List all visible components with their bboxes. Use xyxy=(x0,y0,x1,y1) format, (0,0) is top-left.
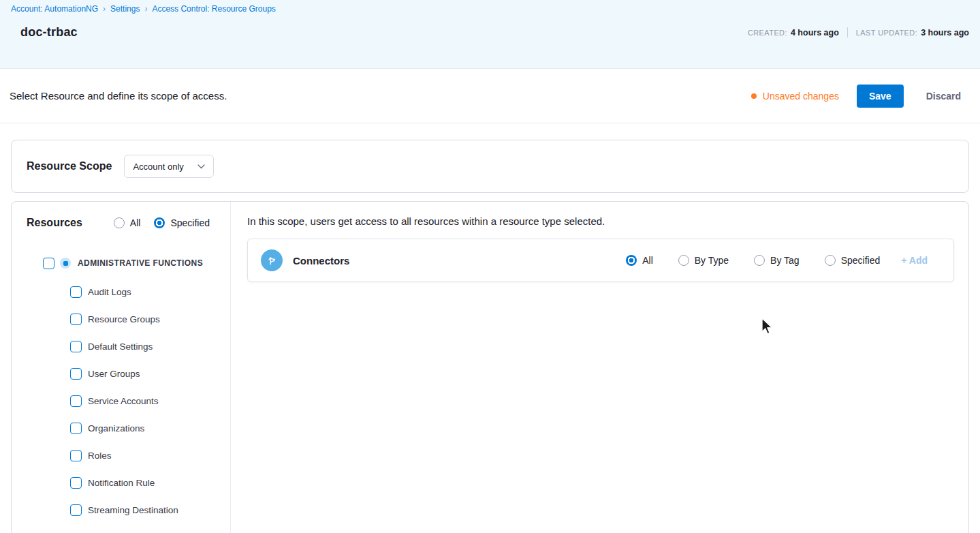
list-item[interactable]: Streaming Destination xyxy=(12,496,230,523)
list-item[interactable]: User Groups xyxy=(12,360,230,387)
page-title: doc-trbac xyxy=(20,25,78,40)
created-value: 4 hours ago xyxy=(791,28,839,37)
page: Account: AutomationNG › Settings › Acces… xyxy=(0,0,980,533)
resource-scope-card: Resource Scope Account only xyxy=(11,140,969,193)
breadcrumb: Account: AutomationNG › Settings › Acces… xyxy=(11,4,969,14)
list-item-label: Resource Groups xyxy=(88,314,160,324)
title-row: doc-trbac CREATED: 4 hours ago LAST UPDA… xyxy=(11,25,969,40)
tree-group-label: ADMINISTRATIVE FUNCTIONS xyxy=(78,258,203,268)
list-item[interactable]: Notification Rule xyxy=(12,469,230,496)
resources-tree: ADMINISTRATIVE FUNCTIONS Audit Logs Reso… xyxy=(12,255,230,523)
checkbox[interactable] xyxy=(70,314,82,325)
radio-icon[interactable] xyxy=(114,217,125,228)
collapse-toggle-icon[interactable] xyxy=(60,258,71,269)
connectors-label: Connectors xyxy=(293,255,349,266)
list-item-label: Roles xyxy=(88,451,112,461)
list-item-label: Organizations xyxy=(88,423,144,433)
radio-label: All xyxy=(642,255,653,266)
checkbox[interactable] xyxy=(70,341,82,352)
breadcrumb-separator: › xyxy=(103,4,106,14)
tree-items: Audit Logs Resource Groups Default Setti… xyxy=(12,278,230,523)
radio-icon[interactable] xyxy=(754,255,765,266)
checkbox[interactable] xyxy=(70,368,82,380)
checkbox[interactable] xyxy=(70,477,82,489)
breadcrumb-account-link[interactable]: Account: AutomationNG xyxy=(11,4,98,14)
content-area: Resource Scope Account only Resources Al… xyxy=(0,140,980,533)
resources-sidebar: Resources All Specified ADMINISTRATIVE xyxy=(12,202,231,533)
radio-selected-icon[interactable] xyxy=(154,217,165,228)
list-item-label: Service Accounts xyxy=(88,396,159,406)
toolbar-actions: Unsaved changes Save Discard xyxy=(751,85,961,108)
resources-header: Resources All Specified xyxy=(12,217,230,229)
breadcrumb-settings-link[interactable]: Settings xyxy=(110,4,140,14)
toolbar: Select Resource and define its scope of … xyxy=(0,69,980,123)
radio-icon[interactable] xyxy=(678,255,689,266)
meta-info: CREATED: 4 hours ago LAST UPDATED: 3 hou… xyxy=(748,27,969,37)
checkbox[interactable] xyxy=(70,395,82,407)
list-item[interactable]: Service Accounts xyxy=(12,387,230,414)
radio-selected-icon[interactable] xyxy=(626,255,637,266)
unsaved-changes-dot-icon xyxy=(751,93,757,99)
list-item[interactable]: Audit Logs xyxy=(12,278,230,305)
tree-group-administrative-functions[interactable]: ADMINISTRATIVE FUNCTIONS xyxy=(12,255,230,271)
connectors-radio-by-tag[interactable]: By Tag xyxy=(754,255,800,266)
resources-card: Resources All Specified ADMINISTRATIVE xyxy=(11,201,969,533)
radio-label: By Type xyxy=(695,255,729,266)
connectors-row: Connectors All By Type By Tag xyxy=(247,239,954,282)
checkbox[interactable] xyxy=(70,286,82,298)
checkbox[interactable] xyxy=(43,258,54,269)
page-header: Account: AutomationNG › Settings › Acces… xyxy=(0,0,980,69)
resources-main-panel: In this scope, users get access to all r… xyxy=(231,202,968,533)
resources-radio-all[interactable]: All xyxy=(114,217,141,228)
list-item[interactable]: Resource Groups xyxy=(12,305,230,333)
connectors-radio-specified[interactable]: Specified xyxy=(825,255,881,266)
last-updated-label: LAST UPDATED: xyxy=(856,29,917,37)
resource-scope-dropdown[interactable]: Account only xyxy=(124,155,214,178)
radio-label: By Tag xyxy=(770,255,800,266)
list-item[interactable]: Roles xyxy=(12,442,230,469)
connectors-radio-by-type[interactable]: By Type xyxy=(678,255,729,266)
resource-scope-dropdown-value: Account only xyxy=(133,162,183,172)
breadcrumb-separator: › xyxy=(144,4,147,14)
checkbox[interactable] xyxy=(70,450,82,461)
connectors-scope-options: All By Type By Tag Specified xyxy=(626,255,928,266)
radio-label: All xyxy=(130,217,141,228)
resource-scope-title: Resource Scope xyxy=(27,160,112,172)
list-item-label: Streaming Destination xyxy=(88,505,178,515)
checkbox[interactable] xyxy=(70,423,82,434)
created-label: CREATED: xyxy=(748,29,787,37)
discard-button[interactable]: Discard xyxy=(926,91,961,102)
list-item-label: Default Settings xyxy=(88,341,153,352)
resources-title: Resources xyxy=(27,217,82,229)
connectors-radio-all[interactable]: All xyxy=(626,255,653,266)
list-item[interactable]: Organizations xyxy=(12,414,230,442)
list-item[interactable]: Default Settings xyxy=(12,333,230,360)
scope-note: In this scope, users get access to all r… xyxy=(247,215,954,227)
last-updated-value: 3 hours ago xyxy=(921,28,969,37)
breadcrumb-resource-groups-link[interactable]: Access Control: Resource Groups xyxy=(152,4,275,14)
toolbar-description: Select Resource and define its scope of … xyxy=(10,90,227,102)
meta-divider xyxy=(847,27,848,37)
add-button[interactable]: + Add xyxy=(901,255,928,266)
unsaved-changes-label: Unsaved changes xyxy=(763,91,839,102)
chevron-down-icon xyxy=(187,164,205,169)
checkbox[interactable] xyxy=(70,504,82,516)
resources-radio-specified[interactable]: Specified xyxy=(154,217,210,228)
list-item-label: Notification Rule xyxy=(88,478,155,488)
save-button[interactable]: Save xyxy=(857,85,904,108)
radio-icon[interactable] xyxy=(825,255,836,266)
radio-label: Specified xyxy=(841,255,881,266)
list-item-label: User Groups xyxy=(88,369,140,379)
list-item-label: Audit Logs xyxy=(88,287,131,297)
radio-label: Specified xyxy=(170,217,210,228)
connectors-icon xyxy=(261,249,283,271)
